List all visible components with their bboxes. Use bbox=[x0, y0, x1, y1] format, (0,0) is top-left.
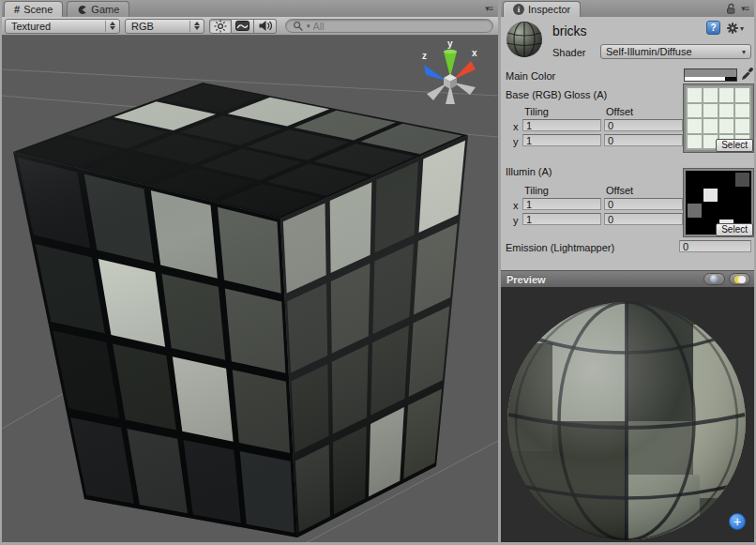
tab-game-label: Game bbox=[91, 4, 119, 15]
material-sphere-thumbnail bbox=[505, 20, 544, 59]
illumin-offset-y-field[interactable] bbox=[604, 213, 683, 225]
illumin-y-label: y bbox=[513, 215, 519, 226]
preview-mesh-button[interactable] bbox=[703, 273, 725, 285]
base-offset-y-field[interactable] bbox=[604, 134, 683, 146]
gizmo-x-label: x bbox=[472, 48, 477, 58]
color-mode-value: RGB bbox=[131, 21, 154, 32]
help-button[interactable]: ? bbox=[706, 21, 720, 35]
gizmo-y-label: y bbox=[447, 38, 453, 49]
tab-game[interactable]: Game bbox=[67, 1, 129, 17]
base-x-label: x bbox=[513, 121, 519, 132]
tab-scene[interactable]: # Scene bbox=[4, 1, 63, 17]
gear-icon bbox=[726, 22, 739, 35]
gizmo-z-axis[interactable] bbox=[424, 65, 446, 81]
updown-arrows-icon bbox=[105, 21, 115, 32]
scene-panel: # Scene Game ▾≡ Textured RGB bbox=[2, 0, 498, 542]
light-white-icon bbox=[738, 276, 746, 283]
shader-dropdown[interactable]: Self-Illumin/Diffuse ▾ bbox=[600, 44, 751, 59]
gizmo-x-axis[interactable] bbox=[453, 61, 476, 80]
illumin-tiling-label: Tiling bbox=[524, 185, 549, 196]
sun-icon bbox=[214, 20, 227, 33]
lighting-toggle-button[interactable] bbox=[209, 19, 232, 34]
scene-grid-icon: # bbox=[14, 4, 20, 15]
inspector-panel-menu-icon[interactable]: ▾≡ bbox=[741, 4, 748, 13]
main-color-alpha-bar bbox=[685, 77, 736, 81]
image-icon bbox=[235, 21, 249, 31]
preview-add-button[interactable]: + bbox=[729, 513, 746, 530]
lock-icon[interactable] bbox=[726, 3, 736, 14]
emission-field[interactable] bbox=[679, 240, 751, 252]
chevron-down-icon: ▾ bbox=[742, 48, 746, 56]
tab-inspector-label: Inspector bbox=[528, 4, 570, 15]
emission-label: Emission (Lightmapper) bbox=[506, 242, 614, 253]
render-mode-dropdown[interactable]: Textured bbox=[5, 19, 120, 34]
illumin-offset-label: Offset bbox=[606, 185, 633, 196]
illumin-x-label: x bbox=[513, 200, 519, 211]
base-tiling-label: Tiling bbox=[524, 106, 549, 117]
scene-tabstrip: # Scene Game ▾≡ bbox=[2, 0, 498, 17]
main-color-swatch[interactable] bbox=[684, 68, 737, 82]
preview-viewport[interactable]: + bbox=[501, 287, 754, 542]
illumin-offset-x-field[interactable] bbox=[604, 198, 683, 210]
unity-editor-window: # Scene Game ▾≡ Textured RGB bbox=[0, 0, 756, 545]
sphere-icon bbox=[710, 275, 718, 283]
illumin-texture-thumbnail[interactable]: Select bbox=[684, 169, 753, 236]
base-offset-x-field[interactable] bbox=[604, 119, 683, 131]
eyedropper-icon[interactable] bbox=[741, 67, 754, 81]
gizmo-y-axis[interactable] bbox=[444, 52, 457, 77]
base-tiling-x-field[interactable] bbox=[522, 119, 601, 131]
main-color-label: Main Color bbox=[506, 70, 555, 82]
preview-title: Preview bbox=[507, 274, 546, 285]
shader-value: Self-Illumin/Diffuse bbox=[606, 46, 692, 57]
inspector-tabstrip: i Inspector ▾≡ bbox=[501, 0, 754, 17]
illumin-texture-label: Illumin (A) bbox=[506, 166, 552, 177]
gizmo-y-cone-base bbox=[444, 50, 457, 53]
scene-search-field[interactable]: ▾ bbox=[285, 19, 493, 33]
base-texture-label: Base (RGB) Gloss (A) bbox=[506, 89, 607, 100]
scene-panel-menu-icon[interactable]: ▾≡ bbox=[485, 4, 492, 13]
gear-caret-icon: ▾ bbox=[740, 24, 744, 33]
main-color-swatch-fill bbox=[685, 69, 736, 77]
inspector-panel: i Inspector ▾≡ bbox=[501, 0, 754, 542]
material-inspector: bricks Shader Self-Illumin/Diffuse ▾ ? bbox=[501, 17, 754, 270]
tab-inspector[interactable]: i Inspector bbox=[503, 1, 581, 17]
scene-view-toggles bbox=[209, 19, 277, 34]
tab-scene-label: Scene bbox=[23, 4, 53, 15]
scene-toolbar: Textured RGB bbox=[2, 17, 498, 36]
base-texture-thumbnail[interactable]: Select bbox=[684, 84, 753, 152]
gizmo-center-cube[interactable] bbox=[444, 74, 457, 89]
base-tiling-y-field[interactable] bbox=[522, 134, 601, 146]
illumin-tiling-y-field[interactable] bbox=[522, 213, 601, 225]
speaker-icon bbox=[258, 20, 272, 32]
render-mode-value: Textured bbox=[11, 21, 51, 32]
info-icon: i bbox=[513, 4, 524, 15]
illumin-select-button[interactable]: Select bbox=[716, 223, 753, 236]
scene-viewport[interactable]: y x z bbox=[2, 36, 498, 542]
search-input[interactable] bbox=[313, 21, 486, 32]
gizmo-z-label: z bbox=[422, 51, 427, 61]
base-y-label: y bbox=[513, 136, 519, 147]
preview-header[interactable]: Preview bbox=[501, 270, 754, 287]
color-mode-dropdown[interactable]: RGB bbox=[125, 19, 204, 34]
context-menu-button[interactable]: ▾ bbox=[726, 22, 744, 35]
search-icon bbox=[293, 21, 304, 32]
skybox-toggle-button[interactable] bbox=[232, 19, 254, 34]
preview-sphere bbox=[501, 287, 754, 542]
search-filter-caret-icon[interactable]: ▾ bbox=[307, 23, 310, 30]
preview-lighting-button[interactable] bbox=[729, 273, 750, 285]
shader-label: Shader bbox=[552, 47, 585, 58]
illumin-tiling-x-field[interactable] bbox=[522, 198, 601, 210]
material-name: bricks bbox=[552, 23, 587, 38]
orientation-gizmo[interactable]: y x z bbox=[421, 38, 481, 113]
base-select-button[interactable]: Select bbox=[716, 139, 753, 152]
game-pacman-icon bbox=[77, 5, 87, 15]
base-offset-label: Offset bbox=[606, 106, 633, 117]
audio-toggle-button[interactable] bbox=[254, 19, 277, 34]
updown-arrows-icon bbox=[189, 21, 200, 32]
